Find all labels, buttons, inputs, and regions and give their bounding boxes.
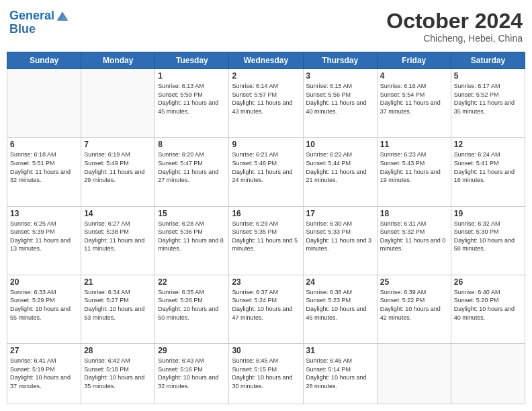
day-number: 27 (10, 346, 78, 355)
calendar-cell: 14Sunrise: 6:27 AM Sunset: 5:38 PM Dayli… (81, 206, 155, 275)
day-number: 9 (232, 140, 300, 149)
day-number: 30 (232, 346, 300, 355)
day-number: 26 (454, 277, 522, 287)
day-number: 14 (84, 209, 152, 218)
calendar-cell: 27Sunrise: 6:41 AM Sunset: 5:19 PM Dayli… (7, 343, 81, 404)
month-title: October 2024 (386, 9, 523, 33)
calendar-week-4: 20Sunrise: 6:33 AM Sunset: 5:29 PM Dayli… (7, 275, 525, 343)
day-info: Sunrise: 6:27 AM Sunset: 5:38 PM Dayligh… (84, 220, 152, 253)
day-info: Sunrise: 6:25 AM Sunset: 5:39 PM Dayligh… (10, 220, 78, 253)
day-info: Sunrise: 6:28 AM Sunset: 5:36 PM Dayligh… (158, 220, 226, 253)
calendar-cell: 30Sunrise: 6:45 AM Sunset: 5:15 PM Dayli… (229, 343, 303, 404)
day-info: Sunrise: 6:41 AM Sunset: 5:19 PM Dayligh… (10, 357, 78, 390)
day-info: Sunrise: 6:13 AM Sunset: 5:59 PM Dayligh… (158, 82, 226, 116)
day-info: Sunrise: 6:37 AM Sunset: 5:24 PM Dayligh… (232, 288, 300, 322)
day-number: 28 (84, 346, 152, 355)
weekday-header-tuesday: Tuesday (155, 52, 229, 69)
day-number: 18 (380, 209, 448, 218)
day-number: 1 (158, 71, 226, 81)
day-info: Sunrise: 6:33 AM Sunset: 5:29 PM Dayligh… (10, 288, 78, 322)
calendar-cell: 26Sunrise: 6:40 AM Sunset: 5:20 PM Dayli… (451, 275, 525, 343)
logo-text: General (9, 9, 54, 23)
calendar-cell: 11Sunrise: 6:23 AM Sunset: 5:43 PM Dayli… (377, 138, 451, 206)
weekday-header-sunday: Sunday (7, 52, 81, 69)
calendar-cell: 9Sunrise: 6:21 AM Sunset: 5:46 PM Daylig… (229, 138, 303, 206)
calendar-cell: 21Sunrise: 6:34 AM Sunset: 5:27 PM Dayli… (81, 275, 155, 343)
calendar-cell (7, 69, 81, 138)
calendar-week-1: 1Sunrise: 6:13 AM Sunset: 5:59 PM Daylig… (7, 69, 525, 138)
day-number: 22 (158, 277, 226, 287)
day-number: 21 (84, 277, 152, 287)
calendar-cell: 15Sunrise: 6:28 AM Sunset: 5:36 PM Dayli… (155, 206, 229, 275)
calendar-table: SundayMondayTuesdayWednesdayThursdayFrid… (7, 52, 525, 404)
day-info: Sunrise: 6:16 AM Sunset: 5:54 PM Dayligh… (380, 82, 448, 116)
weekday-header-monday: Monday (81, 52, 155, 69)
calendar-week-3: 13Sunrise: 6:25 AM Sunset: 5:39 PM Dayli… (7, 206, 525, 275)
calendar-cell: 16Sunrise: 6:29 AM Sunset: 5:35 PM Dayli… (229, 206, 303, 275)
logo-icon (56, 9, 69, 23)
day-number: 24 (306, 277, 374, 287)
day-info: Sunrise: 6:24 AM Sunset: 5:41 PM Dayligh… (454, 150, 522, 184)
calendar-cell: 5Sunrise: 6:17 AM Sunset: 5:52 PM Daylig… (451, 69, 525, 138)
calendar-cell: 17Sunrise: 6:30 AM Sunset: 5:33 PM Dayli… (303, 206, 377, 275)
day-number: 10 (306, 140, 374, 149)
calendar-cell (451, 343, 525, 404)
day-number: 3 (306, 71, 374, 81)
calendar-cell: 8Sunrise: 6:20 AM Sunset: 5:47 PM Daylig… (155, 138, 229, 206)
day-number: 8 (158, 140, 226, 149)
calendar-cell (377, 343, 451, 404)
calendar-cell: 12Sunrise: 6:24 AM Sunset: 5:41 PM Dayli… (451, 138, 525, 206)
day-number: 2 (232, 71, 300, 81)
calendar-cell: 22Sunrise: 6:35 AM Sunset: 5:26 PM Dayli… (155, 275, 229, 343)
calendar-cell: 18Sunrise: 6:31 AM Sunset: 5:32 PM Dayli… (377, 206, 451, 275)
weekday-header-row: SundayMondayTuesdayWednesdayThursdayFrid… (7, 52, 525, 69)
calendar-cell (81, 69, 155, 138)
calendar-cell: 1Sunrise: 6:13 AM Sunset: 5:59 PM Daylig… (155, 69, 229, 138)
calendar-cell: 25Sunrise: 6:39 AM Sunset: 5:22 PM Dayli… (377, 275, 451, 343)
day-number: 12 (454, 140, 522, 149)
calendar-cell: 2Sunrise: 6:14 AM Sunset: 5:57 PM Daylig… (229, 69, 303, 138)
calendar-cell: 10Sunrise: 6:22 AM Sunset: 5:44 PM Dayli… (303, 138, 377, 206)
day-info: Sunrise: 6:21 AM Sunset: 5:46 PM Dayligh… (232, 150, 300, 184)
day-info: Sunrise: 6:39 AM Sunset: 5:22 PM Dayligh… (380, 288, 448, 322)
title-block: October 2024 Chicheng, Hebei, China (386, 9, 523, 44)
day-info: Sunrise: 6:38 AM Sunset: 5:23 PM Dayligh… (306, 288, 374, 322)
day-number: 19 (454, 209, 522, 218)
day-info: Sunrise: 6:42 AM Sunset: 5:18 PM Dayligh… (84, 357, 152, 390)
day-info: Sunrise: 6:31 AM Sunset: 5:32 PM Dayligh… (380, 220, 448, 253)
day-info: Sunrise: 6:22 AM Sunset: 5:44 PM Dayligh… (306, 150, 374, 184)
day-number: 4 (380, 71, 448, 81)
day-number: 20 (10, 277, 78, 287)
day-number: 13 (10, 209, 78, 218)
day-number: 15 (158, 209, 226, 218)
day-info: Sunrise: 6:43 AM Sunset: 5:16 PM Dayligh… (158, 357, 226, 390)
day-info: Sunrise: 6:46 AM Sunset: 5:14 PM Dayligh… (306, 357, 374, 390)
calendar-cell: 23Sunrise: 6:37 AM Sunset: 5:24 PM Dayli… (229, 275, 303, 343)
day-info: Sunrise: 6:30 AM Sunset: 5:33 PM Dayligh… (306, 220, 374, 253)
weekday-header-friday: Friday (377, 52, 451, 69)
day-info: Sunrise: 6:29 AM Sunset: 5:35 PM Dayligh… (232, 220, 300, 253)
calendar-week-5: 27Sunrise: 6:41 AM Sunset: 5:19 PM Dayli… (7, 343, 525, 404)
day-number: 5 (454, 71, 522, 81)
calendar-cell: 20Sunrise: 6:33 AM Sunset: 5:29 PM Dayli… (7, 275, 81, 343)
day-number: 25 (380, 277, 448, 287)
logo-blue-text: Blue (9, 23, 69, 36)
weekday-header-thursday: Thursday (303, 52, 377, 69)
day-info: Sunrise: 6:23 AM Sunset: 5:43 PM Dayligh… (380, 150, 448, 184)
day-number: 17 (306, 209, 374, 218)
weekday-header-saturday: Saturday (451, 52, 525, 69)
day-info: Sunrise: 6:45 AM Sunset: 5:15 PM Dayligh… (232, 357, 300, 390)
day-number: 6 (10, 140, 78, 149)
day-info: Sunrise: 6:19 AM Sunset: 5:49 PM Dayligh… (84, 150, 152, 184)
day-number: 31 (306, 346, 374, 355)
page: General Blue October 2024 Chicheng, Hebe… (0, 0, 532, 411)
day-number: 7 (84, 140, 152, 149)
day-info: Sunrise: 6:18 AM Sunset: 5:51 PM Dayligh… (10, 150, 78, 184)
day-info: Sunrise: 6:34 AM Sunset: 5:27 PM Dayligh… (84, 288, 152, 322)
calendar-week-2: 6Sunrise: 6:18 AM Sunset: 5:51 PM Daylig… (7, 138, 525, 206)
calendar-cell: 6Sunrise: 6:18 AM Sunset: 5:51 PM Daylig… (7, 138, 81, 206)
calendar-cell: 29Sunrise: 6:43 AM Sunset: 5:16 PM Dayli… (155, 343, 229, 404)
day-info: Sunrise: 6:20 AM Sunset: 5:47 PM Dayligh… (158, 150, 226, 184)
day-info: Sunrise: 6:32 AM Sunset: 5:30 PM Dayligh… (454, 220, 522, 253)
calendar-cell: 24Sunrise: 6:38 AM Sunset: 5:23 PM Dayli… (303, 275, 377, 343)
